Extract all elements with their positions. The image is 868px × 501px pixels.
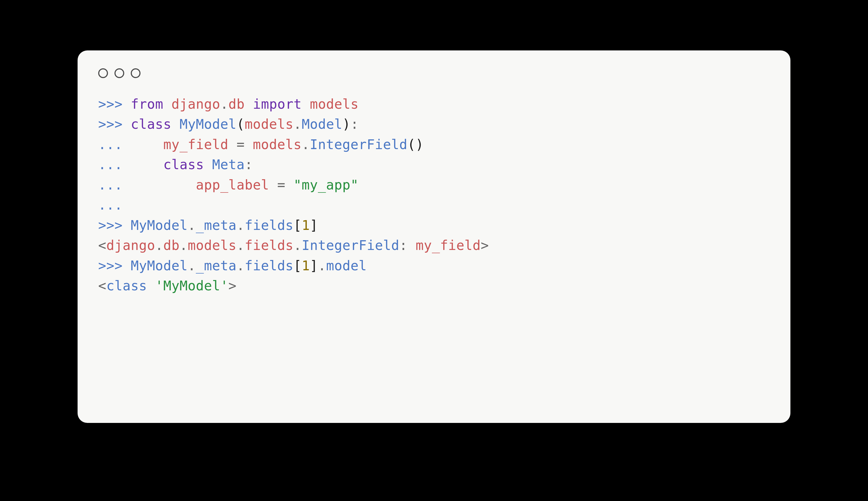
bracket: [ xyxy=(294,258,301,274)
code-line-10: <class 'MyModel'> xyxy=(98,278,236,294)
meta-attr: _meta xyxy=(196,258,236,274)
indent xyxy=(123,137,163,152)
traffic-light-minimize-icon xyxy=(115,68,124,78)
module-models: models xyxy=(310,96,359,112)
paren: ( xyxy=(236,117,245,132)
code-block: >>> from django.db import models >>> cla… xyxy=(98,94,770,296)
index-number: 1 xyxy=(301,258,310,274)
meta-attr: _meta xyxy=(196,218,236,233)
mymodel: MyModel xyxy=(131,258,188,274)
indent xyxy=(123,157,163,172)
class-name: MyModel xyxy=(180,117,236,132)
dot: . xyxy=(188,258,196,274)
traffic-light-zoom-icon xyxy=(131,68,140,78)
out-models: models xyxy=(188,238,236,253)
code-line-2: >>> class MyModel(models.Model): xyxy=(98,117,359,132)
colon: : xyxy=(399,238,407,253)
paren: ) xyxy=(342,117,350,132)
code-line-6: ... xyxy=(98,198,123,213)
repl-prompt: >>> xyxy=(98,258,123,274)
code-line-7: >>> MyModel._meta.fields[1] xyxy=(98,218,318,233)
out-fields: fields xyxy=(245,238,294,253)
keyword-class: class xyxy=(163,157,204,172)
code-line-1: >>> from django.db import models xyxy=(98,96,359,112)
window-controls xyxy=(98,68,770,78)
dot: . xyxy=(236,258,245,274)
index-number: 1 xyxy=(301,218,310,233)
colon: : xyxy=(245,157,253,172)
space xyxy=(147,278,155,294)
angle: < xyxy=(98,238,106,253)
code-line-3: ... my_field = models.IntegerField() xyxy=(98,137,424,152)
dot: . xyxy=(301,137,310,152)
code-line-9: >>> MyModel._meta.fields[1].model xyxy=(98,258,367,274)
dot: . xyxy=(294,117,301,132)
repl-prompt: >>> xyxy=(98,96,123,112)
code-line-5: ... app_label = "my_app" xyxy=(98,177,359,193)
keyword-class: class xyxy=(131,117,171,132)
out-myfield: my_field xyxy=(415,238,481,253)
bracket: ] xyxy=(310,258,318,274)
mymodel: MyModel xyxy=(131,218,188,233)
module-django: django xyxy=(171,96,220,112)
out-class: class xyxy=(106,278,147,294)
model-attr: model xyxy=(326,258,367,274)
out-db: db xyxy=(163,238,180,253)
fields-attr: fields xyxy=(245,218,294,233)
indent xyxy=(123,177,196,193)
repl-cont: ... xyxy=(98,198,123,213)
out-integerfield: IntegerField xyxy=(301,238,399,253)
repl-cont: ... xyxy=(98,157,123,172)
keyword-from: from xyxy=(131,96,163,112)
bracket: ] xyxy=(310,218,318,233)
fields-attr: fields xyxy=(245,258,294,274)
base-models: models xyxy=(245,117,294,132)
dot: . xyxy=(318,258,326,274)
angle: < xyxy=(98,278,106,294)
integerfield: IntegerField xyxy=(310,137,407,152)
repl-prompt: >>> xyxy=(98,218,123,233)
bracket: [ xyxy=(294,218,301,233)
repl-cont: ... xyxy=(98,177,123,193)
repl-prompt: >>> xyxy=(98,117,123,132)
field-name: my_field xyxy=(163,137,229,152)
equals: = xyxy=(269,177,294,193)
code-window: >>> from django.db import models >>> cla… xyxy=(77,51,791,423)
code-line-4: ... class Meta: xyxy=(98,157,253,172)
keyword-import: import xyxy=(253,96,301,112)
module-models: models xyxy=(253,137,301,152)
traffic-light-close-icon xyxy=(98,68,108,78)
out-mymodel-str: 'MyModel' xyxy=(155,278,229,294)
angle: > xyxy=(229,278,236,294)
meta-class: Meta xyxy=(212,157,245,172)
app-label: app_label xyxy=(196,177,269,193)
repl-cont: ... xyxy=(98,137,123,152)
angle: > xyxy=(481,238,489,253)
string-literal: "my_app" xyxy=(294,177,359,193)
base-model: Model xyxy=(301,117,342,132)
dot: . xyxy=(236,218,245,233)
module-db: db xyxy=(229,96,245,112)
code-line-8: <django.db.models.fields.IntegerField: m… xyxy=(98,238,489,253)
equals: = xyxy=(229,137,253,152)
colon: : xyxy=(350,117,359,132)
paren: () xyxy=(407,137,424,152)
out-django: django xyxy=(106,238,155,253)
dot: . xyxy=(188,218,196,233)
